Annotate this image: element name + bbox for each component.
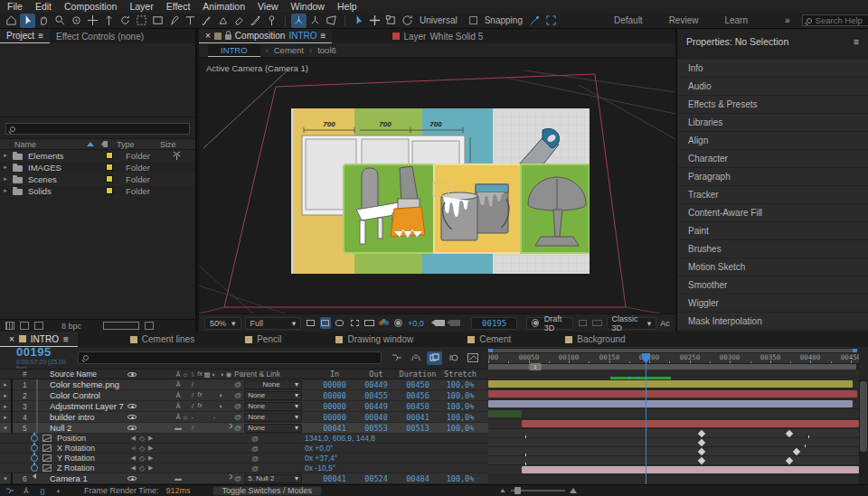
in-value[interactable]: 00000 [314, 413, 355, 422]
label-color-chip[interactable] [106, 175, 113, 182]
parent-dropdown[interactable]: None▾ [244, 402, 302, 411]
snap-features-icon[interactable] [543, 14, 559, 28]
layer-bar[interactable] [522, 466, 859, 473]
panel-tab-mask-interpolation[interactable]: Mask Interpolation [677, 313, 868, 330]
time-ruler[interactable]: 0000000050001000015000200002500030000350… [488, 353, 859, 364]
layer-duration-bar-row[interactable] [488, 379, 859, 389]
parent-dropdown[interactable]: 5. Null 2▾ [244, 474, 302, 483]
motion-blur-status-icon[interactable]: ◐ [53, 486, 64, 495]
out-value[interactable]: 00524 [355, 474, 397, 483]
pixel-aspect-icon[interactable] [363, 317, 374, 329]
panel-tab-brushes[interactable]: Brushes [677, 240, 868, 257]
layer-switches[interactable]: ▬ [175, 474, 234, 482]
layer-row-null-2[interactable]: ▾ 5 Null 2 ▬/ @None▾ 00041 00553 00513 1… [0, 423, 488, 434]
panel-tab-motion-sketch[interactable]: Motion Sketch [677, 258, 868, 276]
stretch-value[interactable]: 100,0% [439, 424, 482, 433]
stopwatch-icon[interactable] [31, 464, 38, 472]
pickwhip-icon[interactable]: @ [234, 380, 241, 388]
work-area-bar[interactable]: 1 [488, 364, 859, 370]
timeline-tab-pencil[interactable]: Pencil [236, 332, 290, 347]
tab-layer-white-solid[interactable]: Layer White Solid 5 [386, 29, 489, 43]
graph-icon[interactable] [42, 454, 52, 462]
panel-tab-content-aware-fill[interactable]: Content-Aware Fill [677, 204, 868, 221]
video-toggle[interactable] [126, 476, 138, 481]
keyframe-diamond[interactable] [698, 456, 705, 463]
keyframe-diamond[interactable] [698, 447, 705, 454]
close-icon[interactable]: × [205, 31, 211, 41]
zoom-tool-icon[interactable] [52, 14, 68, 28]
keyframe-row[interactable] [488, 447, 859, 456]
panel-tab-paragraph[interactable]: Paragraph [677, 168, 868, 185]
panel-tab-character[interactable]: Character [677, 150, 868, 167]
view-layout-truncated[interactable]: Act [660, 319, 670, 328]
home-icon[interactable] [4, 14, 19, 28]
brush-tool-icon[interactable] [199, 14, 214, 28]
pickwhip-icon[interactable]: @ [251, 464, 259, 473]
keyframe-diamond[interactable] [698, 438, 705, 445]
column-type[interactable]: Type [117, 140, 160, 149]
in-value[interactable]: 00000 [314, 380, 355, 389]
show-snapshot-icon[interactable] [450, 317, 462, 329]
gizmo-position-icon[interactable] [367, 14, 382, 28]
parent-dropdown[interactable]: None▾ [244, 391, 302, 400]
frame-blending-status-icon[interactable]: {} [37, 486, 48, 495]
expand-chevron-icon[interactable]: ▸ [0, 152, 11, 159]
clone-stamp-tool-icon[interactable] [215, 14, 231, 28]
menu-help[interactable]: Help [337, 1, 357, 12]
timeline-vertical-scrollbar[interactable] [859, 379, 868, 484]
in-value[interactable]: 00041 [314, 424, 355, 433]
property-row-y-rotation[interactable]: Y Rotation ◀◇▶ @ 0x +37,4° [0, 454, 488, 463]
graph-editor-icon[interactable] [465, 351, 480, 365]
motion-blur-icon[interactable] [446, 351, 461, 365]
project-search[interactable] [5, 123, 190, 135]
breadcrumb-cement[interactable]: Cement [274, 45, 304, 55]
layer-row-camera-1[interactable]: ▾ 6 Camera 1 ▬ @5. Null 2▾ 00041 00524 0… [0, 473, 488, 484]
keyframe-navigator[interactable]: ◀◇▶ [122, 445, 162, 453]
composition-viewport[interactable]: Active Camera (Camera 1) [199, 58, 675, 314]
graph-icon[interactable] [42, 445, 52, 452]
duration-value[interactable]: 00513 [397, 424, 439, 433]
panel-menu-icon[interactable]: ≡ [38, 31, 43, 41]
panel-tab-align[interactable]: Align [677, 132, 868, 149]
preview-time-field[interactable]: 00195 [471, 317, 517, 330]
shape-tool-icon[interactable] [150, 14, 165, 28]
video-toggle[interactable] [126, 415, 138, 419]
collapse-chevron-icon[interactable]: ▾ [0, 425, 11, 432]
renderer-dropdown[interactable]: Classic 3D▾ [607, 317, 657, 330]
layer-bar[interactable] [488, 400, 853, 407]
keyframe-navigator[interactable]: ◀◇▶ [122, 464, 162, 473]
mini-flowchart-icon[interactable] [5, 486, 15, 495]
breadcrumb-intro[interactable]: INTRO [208, 44, 260, 57]
layer-switches[interactable]: Å☼-- [175, 413, 234, 421]
gizmo-select-icon[interactable] [351, 14, 366, 28]
parent-dropdown[interactable]: None▾ [244, 413, 302, 422]
graph-icon[interactable] [42, 464, 52, 472]
tab-project[interactable]: Project ≡ [0, 29, 50, 43]
menu-file[interactable]: File [7, 1, 23, 12]
selection-tool-icon[interactable] [20, 14, 35, 28]
type-tool-icon[interactable] [183, 14, 198, 28]
frame-blending-icon[interactable] [427, 351, 442, 365]
current-time-display[interactable]: 00195 0:00:07:20 (25.00 fps) [0, 345, 78, 371]
dolly-camera-tool-icon[interactable] [101, 14, 117, 28]
pickwhip-icon[interactable]: @ [251, 445, 259, 453]
pickwhip-icon[interactable]: @ [234, 402, 241, 410]
collapse-chevron-icon[interactable]: ▾ [0, 475, 11, 482]
label-color-chip[interactable] [11, 473, 13, 484]
layer-row-color-scheme[interactable]: ▸ 1 Color scheme.png Å/ @None▾ 00000 004… [0, 379, 488, 390]
roto-brush-tool-icon[interactable] [248, 14, 263, 28]
out-value[interactable]: 00449 [355, 402, 397, 411]
layer-duration-bar-row[interactable] [488, 409, 859, 419]
interpret-footage-icon[interactable] [5, 322, 14, 330]
menu-composition[interactable]: Composition [64, 1, 117, 12]
resolution-dropdown[interactable]: Full▾ [245, 317, 302, 330]
stretch-value[interactable]: 100,0% [439, 380, 482, 389]
workspace-review[interactable]: Review [669, 15, 699, 25]
layer-duration-bar-row[interactable] [488, 465, 859, 475]
stretch-value[interactable]: 100,0% [439, 391, 482, 400]
close-icon[interactable]: × [9, 334, 14, 344]
duration-value[interactable]: 00456 [397, 391, 439, 400]
in-value[interactable]: 00000 [314, 402, 355, 411]
pickwhip-icon[interactable]: @ [251, 454, 259, 463]
layer-switches[interactable]: Å/fx◐ [175, 402, 234, 410]
